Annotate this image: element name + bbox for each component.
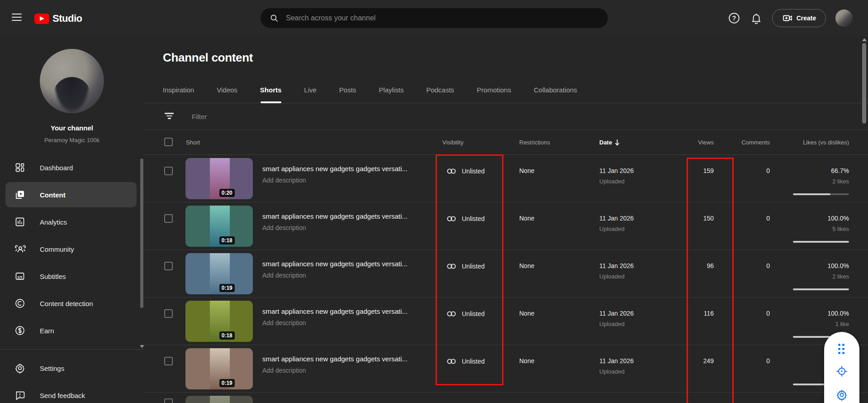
video-thumbnail[interactable] xyxy=(185,396,253,403)
target-crosshair-icon[interactable] xyxy=(836,365,848,377)
tab-playlists[interactable]: Playlists xyxy=(379,77,403,103)
sidebar-item-dashboard[interactable]: Dashboard xyxy=(0,154,144,181)
restrictions-cell[interactable]: None xyxy=(519,215,534,222)
likes-cell: 66.7% 2 likes xyxy=(759,167,849,185)
column-date-sort[interactable]: Date xyxy=(599,139,620,146)
visibility-cell[interactable]: Unlisted xyxy=(446,213,485,224)
your-channel-label: Your channel xyxy=(0,124,144,132)
table-row: 0:18 smart appliances new gadgets gadget… xyxy=(144,297,868,345)
sidebar-footer: Settings Send feedback xyxy=(0,355,144,403)
select-all-checkbox[interactable] xyxy=(164,138,173,146)
studio-logo[interactable]: Studio xyxy=(34,13,82,24)
views-cell: 249 xyxy=(669,357,714,365)
video-title[interactable]: smart appliances new gadgets gadgets ver… xyxy=(262,260,440,268)
content-icon xyxy=(14,189,26,201)
video-thumbnail[interactable]: 0:20 xyxy=(185,158,253,199)
tab-collaborations[interactable]: Collaborations xyxy=(534,77,577,103)
widget-settings-gear-icon[interactable] xyxy=(836,389,848,401)
video-description-placeholder[interactable]: Add description xyxy=(262,272,306,279)
tab-posts[interactable]: Posts xyxy=(339,77,356,103)
sidebar-item-content-detection[interactable]: Content detection xyxy=(0,290,144,317)
dashboard-icon xyxy=(14,162,26,173)
video-title[interactable]: smart appliances new gadgets gadgets ver… xyxy=(262,212,440,220)
restrictions-cell[interactable]: None xyxy=(519,262,534,269)
views-cell: 159 xyxy=(669,167,714,174)
video-description-placeholder[interactable]: Add description xyxy=(262,367,306,374)
video-description-placeholder[interactable]: Add description xyxy=(262,177,306,184)
page-title: Channel content xyxy=(163,51,253,65)
tab-inspiration[interactable]: Inspiration xyxy=(163,77,194,103)
hamburger-menu-icon[interactable] xyxy=(12,14,22,22)
drag-handle-icon[interactable] xyxy=(836,342,848,354)
duration-badge: 0:20 xyxy=(219,189,235,197)
date-cell: 11 Jan 2026 Uploaded xyxy=(599,215,634,232)
sidebar-scrollbar[interactable] xyxy=(140,158,143,308)
column-visibility[interactable]: Visibility xyxy=(442,139,464,146)
sidebar-item-content[interactable]: Content xyxy=(0,181,144,208)
duration-badge: 0:18 xyxy=(219,236,235,245)
content-scrollbar[interactable] xyxy=(862,43,866,124)
restrictions-cell[interactable]: None xyxy=(519,357,534,365)
video-thumbnail[interactable]: 0:18 xyxy=(185,206,253,247)
help-icon[interactable]: ? xyxy=(728,12,740,24)
tab-promotions[interactable]: Promotions xyxy=(477,77,511,103)
restrictions-cell[interactable]: None xyxy=(519,167,534,174)
create-button[interactable]: Create xyxy=(772,9,826,27)
column-short: Short xyxy=(186,139,200,146)
sidebar-scroll-down-icon[interactable] xyxy=(140,345,144,348)
feedback-icon xyxy=(14,389,26,401)
visibility-cell[interactable]: Unlisted xyxy=(446,356,485,367)
sidebar-item-earn[interactable]: Earn xyxy=(0,317,144,344)
video-title[interactable]: smart appliances new gadgets gadgets ver… xyxy=(262,307,440,315)
video-title[interactable]: smart appliances new gadgets gadgets ver… xyxy=(262,355,440,363)
sidebar: Your channel Peramoy Magic 100k Dashboar… xyxy=(0,36,144,403)
visibility-cell[interactable]: Unlisted xyxy=(446,166,485,177)
filter-input[interactable]: Filter xyxy=(192,113,207,120)
tab-shorts[interactable]: Shorts xyxy=(260,77,282,103)
tab-live[interactable]: Live xyxy=(304,77,317,103)
date-cell: 11 Jan 2026 Uploaded xyxy=(599,310,634,327)
visibility-cell[interactable]: Unlisted xyxy=(446,308,485,319)
search-input[interactable] xyxy=(286,14,575,22)
row-checkbox[interactable] xyxy=(164,214,173,223)
row-checkbox[interactable] xyxy=(164,309,173,318)
copyright-icon xyxy=(14,297,26,309)
filter-bar: Filter xyxy=(144,103,868,130)
table-row-partial xyxy=(144,393,868,403)
sidebar-item-send-feedback[interactable]: Send feedback xyxy=(0,382,144,403)
content-scroll-up-icon[interactable] xyxy=(862,38,867,41)
views-cell: 150 xyxy=(669,215,714,222)
sidebar-item-settings[interactable]: Settings xyxy=(0,355,144,382)
top-bar: Studio ? Create xyxy=(0,0,868,36)
tab-podcasts[interactable]: Podcasts xyxy=(426,77,454,103)
video-title[interactable]: smart appliances new gadgets gadgets ver… xyxy=(262,165,440,173)
video-thumbnail[interactable]: 0:19 xyxy=(185,348,253,389)
notifications-bell-icon[interactable] xyxy=(750,12,762,24)
sidebar-item-analytics[interactable]: Analytics xyxy=(0,208,144,235)
date-cell: 11 Jan 2026 Uploaded xyxy=(599,167,634,185)
column-likes[interactable]: Likes (vs dislikes) xyxy=(759,139,849,146)
account-avatar[interactable] xyxy=(835,10,853,27)
video-thumbnail[interactable]: 0:19 xyxy=(185,253,253,294)
video-thumbnail[interactable]: 0:18 xyxy=(185,301,253,342)
search-bar[interactable] xyxy=(261,8,608,28)
sidebar-item-community[interactable]: Community xyxy=(0,235,144,263)
column-restrictions[interactable]: Restrictions xyxy=(519,139,550,146)
video-description-placeholder[interactable]: Add description xyxy=(262,224,306,231)
row-checkbox[interactable] xyxy=(164,398,173,403)
visibility-cell[interactable]: Unlisted xyxy=(446,261,485,272)
analytics-icon xyxy=(14,216,26,228)
views-cell: 116 xyxy=(669,310,714,317)
restrictions-cell[interactable]: None xyxy=(519,310,534,317)
sidebar-item-subtitles[interactable]: Subtitles xyxy=(0,263,144,290)
filter-icon[interactable] xyxy=(165,113,174,120)
channel-name: Peramoy Magic 100k xyxy=(0,137,144,144)
video-description-placeholder[interactable]: Add description xyxy=(262,319,306,326)
column-views[interactable]: Views xyxy=(669,139,714,146)
channel-avatar[interactable] xyxy=(40,49,104,113)
like-ratio-bar xyxy=(793,288,849,290)
row-checkbox[interactable] xyxy=(164,262,173,270)
row-checkbox[interactable] xyxy=(164,357,173,365)
row-checkbox[interactable] xyxy=(164,167,173,175)
tab-videos[interactable]: Videos xyxy=(217,77,237,103)
